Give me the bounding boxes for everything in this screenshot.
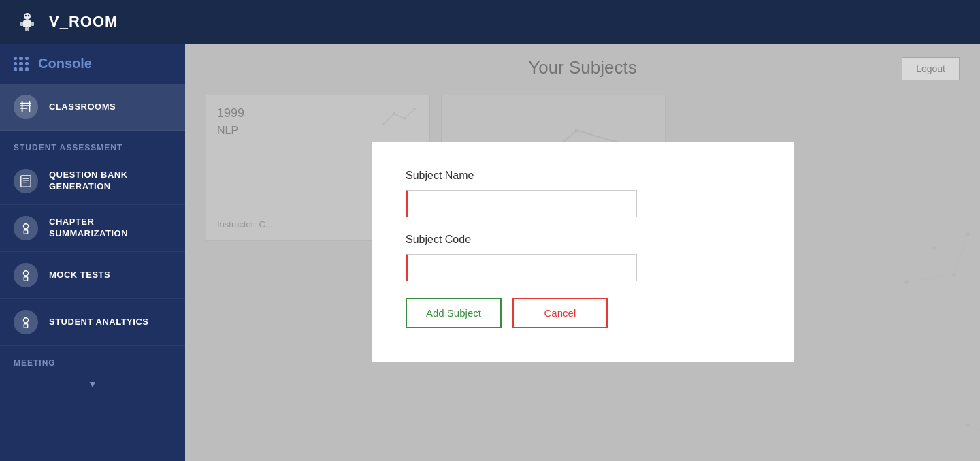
sidebar-item-question-bank[interactable]: QUESTION BANK GENERATION [0,158,185,205]
sidebar-item-classrooms[interactable]: CLASSROOMS [0,84,185,131]
svg-point-7 [28,15,29,16]
svg-rect-2 [20,22,23,26]
svg-rect-15 [23,180,29,180]
classrooms-label: CLASSROOMS [49,101,116,113]
subject-name-input[interactable] [406,190,637,217]
modal-overlay: Subject Name Subject Code Add Subject Ca… [185,44,980,461]
sidebar-item-mock-tests[interactable]: MOCK TESTS [0,252,185,299]
student-analytics-icon [14,310,38,334]
console-label: Console [38,56,92,71]
logo-icon [14,8,41,35]
svg-rect-3 [31,22,34,26]
svg-rect-16 [23,182,27,182]
svg-rect-12 [29,101,31,112]
svg-rect-18 [24,230,27,234]
subject-code-input[interactable] [406,254,637,281]
svg-point-20 [23,271,28,276]
svg-rect-13 [21,176,31,187]
svg-rect-11 [22,101,23,112]
mock-tests-label: MOCK TESTS [49,270,110,281]
mock-tests-icon [14,263,38,287]
svg-point-23 [23,318,28,323]
svg-rect-10 [20,108,28,109]
svg-rect-5 [27,27,29,31]
add-subject-modal: Subject Name Subject Code Add Subject Ca… [372,142,794,362]
svg-rect-24 [24,324,27,328]
sidebar: Console CLASSROOMS STUDENT ASSESSMENT [0,44,185,461]
student-analytics-label: STUDENT ANALTYICS [49,317,148,328]
modal-actions: Add Subject Cancel [406,298,760,328]
svg-point-0 [24,13,31,20]
chapter-summarization-label: CHAPTER SUMMARIZATION [49,217,172,240]
section-label-meeting: MEETING [0,346,185,373]
grid-icon [14,57,29,71]
question-bank-label: QUESTION BANK GENERATION [49,170,172,193]
subject-code-label: Subject Code [406,234,760,246]
svg-point-17 [23,224,28,229]
scroll-down-arrow: ▼ [88,379,97,390]
section-label-student-assessment: STUDENT ASSESSMENT [0,131,185,158]
svg-rect-4 [25,27,27,31]
app-title: V_ROOM [49,13,118,31]
content-area: Your Subjects Logout 1999 NLP Instructor… [185,44,980,461]
svg-rect-1 [23,20,31,27]
sidebar-item-student-analytics[interactable]: STUDENT ANALTYICS [0,299,185,346]
sidebar-console-header[interactable]: Console [0,44,185,84]
classrooms-icon [14,95,38,119]
question-bank-icon [14,169,38,193]
sidebar-scroll-stub: ▼ [0,373,185,395]
top-nav: V_ROOM [0,0,980,44]
subject-name-label: Subject Name [406,170,760,182]
svg-rect-21 [24,277,27,281]
svg-point-6 [25,15,27,16]
cancel-button[interactable]: Cancel [512,298,608,328]
chapter-summarization-icon [14,216,38,240]
svg-rect-14 [23,178,29,179]
add-subject-button[interactable]: Add Subject [406,298,502,328]
sidebar-item-chapter-summarization[interactable]: CHAPTER SUMMARIZATION [0,205,185,252]
